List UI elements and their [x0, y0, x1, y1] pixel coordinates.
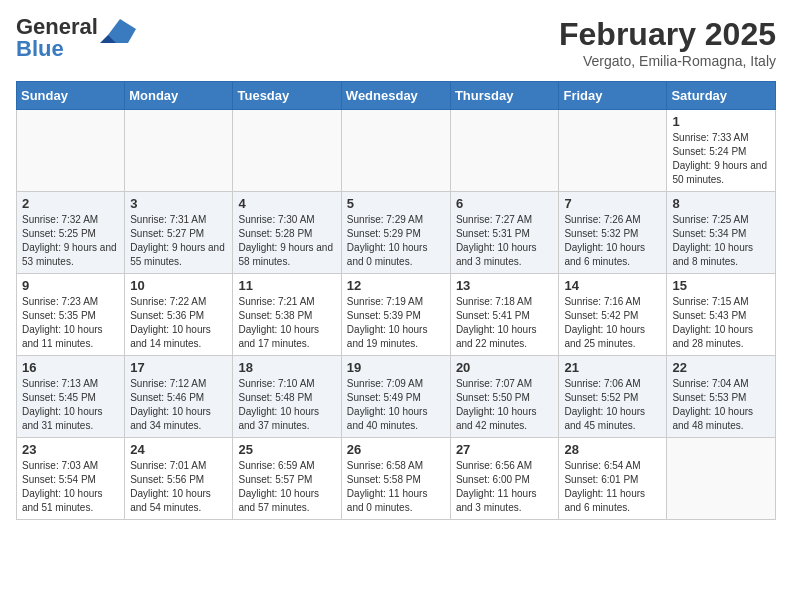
day-number: 27 — [456, 442, 554, 457]
table-row: 26Sunrise: 6:58 AM Sunset: 5:58 PM Dayli… — [341, 438, 450, 520]
calendar-header-row: Sunday Monday Tuesday Wednesday Thursday… — [17, 82, 776, 110]
day-number: 1 — [672, 114, 770, 129]
table-row: 9Sunrise: 7:23 AM Sunset: 5:35 PM Daylig… — [17, 274, 125, 356]
day-number: 6 — [456, 196, 554, 211]
table-row — [559, 110, 667, 192]
table-row — [341, 110, 450, 192]
calendar-week-row: 23Sunrise: 7:03 AM Sunset: 5:54 PM Dayli… — [17, 438, 776, 520]
day-number: 9 — [22, 278, 119, 293]
day-number: 11 — [238, 278, 335, 293]
day-number: 20 — [456, 360, 554, 375]
calendar-week-row: 2Sunrise: 7:32 AM Sunset: 5:25 PM Daylig… — [17, 192, 776, 274]
day-info: Sunrise: 7:07 AM Sunset: 5:50 PM Dayligh… — [456, 377, 554, 433]
day-number: 23 — [22, 442, 119, 457]
day-info: Sunrise: 7:12 AM Sunset: 5:46 PM Dayligh… — [130, 377, 227, 433]
day-number: 19 — [347, 360, 445, 375]
table-row: 27Sunrise: 6:56 AM Sunset: 6:00 PM Dayli… — [450, 438, 559, 520]
day-number: 21 — [564, 360, 661, 375]
day-number: 24 — [130, 442, 227, 457]
month-year: February 2025 — [559, 16, 776, 53]
day-info: Sunrise: 6:58 AM Sunset: 5:58 PM Dayligh… — [347, 459, 445, 515]
calendar-table: Sunday Monday Tuesday Wednesday Thursday… — [16, 81, 776, 520]
calendar-week-row: 1Sunrise: 7:33 AM Sunset: 5:24 PM Daylig… — [17, 110, 776, 192]
day-info: Sunrise: 7:19 AM Sunset: 5:39 PM Dayligh… — [347, 295, 445, 351]
table-row: 8Sunrise: 7:25 AM Sunset: 5:34 PM Daylig… — [667, 192, 776, 274]
day-number: 2 — [22, 196, 119, 211]
table-row: 19Sunrise: 7:09 AM Sunset: 5:49 PM Dayli… — [341, 356, 450, 438]
day-number: 17 — [130, 360, 227, 375]
day-info: Sunrise: 6:56 AM Sunset: 6:00 PM Dayligh… — [456, 459, 554, 515]
day-number: 16 — [22, 360, 119, 375]
day-info: Sunrise: 7:26 AM Sunset: 5:32 PM Dayligh… — [564, 213, 661, 269]
day-number: 13 — [456, 278, 554, 293]
col-tuesday: Tuesday — [233, 82, 341, 110]
page-header: General Blue February 2025 Vergato, Emil… — [16, 16, 776, 69]
location: Vergato, Emilia-Romagna, Italy — [559, 53, 776, 69]
logo-icon — [100, 15, 136, 43]
table-row: 4Sunrise: 7:30 AM Sunset: 5:28 PM Daylig… — [233, 192, 341, 274]
calendar-week-row: 16Sunrise: 7:13 AM Sunset: 5:45 PM Dayli… — [17, 356, 776, 438]
day-number: 15 — [672, 278, 770, 293]
table-row: 25Sunrise: 6:59 AM Sunset: 5:57 PM Dayli… — [233, 438, 341, 520]
table-row: 6Sunrise: 7:27 AM Sunset: 5:31 PM Daylig… — [450, 192, 559, 274]
day-info: Sunrise: 7:18 AM Sunset: 5:41 PM Dayligh… — [456, 295, 554, 351]
table-row: 28Sunrise: 6:54 AM Sunset: 6:01 PM Dayli… — [559, 438, 667, 520]
day-number: 7 — [564, 196, 661, 211]
day-number: 5 — [347, 196, 445, 211]
table-row: 22Sunrise: 7:04 AM Sunset: 5:53 PM Dayli… — [667, 356, 776, 438]
col-saturday: Saturday — [667, 82, 776, 110]
day-number: 14 — [564, 278, 661, 293]
table-row: 14Sunrise: 7:16 AM Sunset: 5:42 PM Dayli… — [559, 274, 667, 356]
day-info: Sunrise: 7:25 AM Sunset: 5:34 PM Dayligh… — [672, 213, 770, 269]
day-number: 22 — [672, 360, 770, 375]
table-row: 11Sunrise: 7:21 AM Sunset: 5:38 PM Dayli… — [233, 274, 341, 356]
day-info: Sunrise: 7:31 AM Sunset: 5:27 PM Dayligh… — [130, 213, 227, 269]
day-number: 3 — [130, 196, 227, 211]
table-row: 12Sunrise: 7:19 AM Sunset: 5:39 PM Dayli… — [341, 274, 450, 356]
logo-text: General Blue — [16, 16, 98, 60]
day-info: Sunrise: 7:23 AM Sunset: 5:35 PM Dayligh… — [22, 295, 119, 351]
day-info: Sunrise: 7:03 AM Sunset: 5:54 PM Dayligh… — [22, 459, 119, 515]
day-info: Sunrise: 7:09 AM Sunset: 5:49 PM Dayligh… — [347, 377, 445, 433]
table-row: 17Sunrise: 7:12 AM Sunset: 5:46 PM Dayli… — [125, 356, 233, 438]
logo: General Blue — [16, 16, 136, 60]
table-row: 1Sunrise: 7:33 AM Sunset: 5:24 PM Daylig… — [667, 110, 776, 192]
table-row: 18Sunrise: 7:10 AM Sunset: 5:48 PM Dayli… — [233, 356, 341, 438]
table-row: 7Sunrise: 7:26 AM Sunset: 5:32 PM Daylig… — [559, 192, 667, 274]
title-block: February 2025 Vergato, Emilia-Romagna, I… — [559, 16, 776, 69]
day-info: Sunrise: 7:27 AM Sunset: 5:31 PM Dayligh… — [456, 213, 554, 269]
calendar-week-row: 9Sunrise: 7:23 AM Sunset: 5:35 PM Daylig… — [17, 274, 776, 356]
table-row: 3Sunrise: 7:31 AM Sunset: 5:27 PM Daylig… — [125, 192, 233, 274]
day-info: Sunrise: 7:15 AM Sunset: 5:43 PM Dayligh… — [672, 295, 770, 351]
table-row — [125, 110, 233, 192]
day-info: Sunrise: 7:30 AM Sunset: 5:28 PM Dayligh… — [238, 213, 335, 269]
col-wednesday: Wednesday — [341, 82, 450, 110]
col-friday: Friday — [559, 82, 667, 110]
table-row: 15Sunrise: 7:15 AM Sunset: 5:43 PM Dayli… — [667, 274, 776, 356]
day-info: Sunrise: 7:32 AM Sunset: 5:25 PM Dayligh… — [22, 213, 119, 269]
table-row — [450, 110, 559, 192]
table-row: 5Sunrise: 7:29 AM Sunset: 5:29 PM Daylig… — [341, 192, 450, 274]
day-info: Sunrise: 6:59 AM Sunset: 5:57 PM Dayligh… — [238, 459, 335, 515]
day-info: Sunrise: 7:16 AM Sunset: 5:42 PM Dayligh… — [564, 295, 661, 351]
table-row: 10Sunrise: 7:22 AM Sunset: 5:36 PM Dayli… — [125, 274, 233, 356]
day-info: Sunrise: 7:29 AM Sunset: 5:29 PM Dayligh… — [347, 213, 445, 269]
table-row: 13Sunrise: 7:18 AM Sunset: 5:41 PM Dayli… — [450, 274, 559, 356]
day-info: Sunrise: 7:33 AM Sunset: 5:24 PM Dayligh… — [672, 131, 770, 187]
day-number: 25 — [238, 442, 335, 457]
day-number: 4 — [238, 196, 335, 211]
day-number: 28 — [564, 442, 661, 457]
day-info: Sunrise: 6:54 AM Sunset: 6:01 PM Dayligh… — [564, 459, 661, 515]
col-sunday: Sunday — [17, 82, 125, 110]
table-row: 20Sunrise: 7:07 AM Sunset: 5:50 PM Dayli… — [450, 356, 559, 438]
col-thursday: Thursday — [450, 82, 559, 110]
table-row — [233, 110, 341, 192]
day-number: 18 — [238, 360, 335, 375]
day-number: 12 — [347, 278, 445, 293]
table-row — [17, 110, 125, 192]
day-info: Sunrise: 7:10 AM Sunset: 5:48 PM Dayligh… — [238, 377, 335, 433]
day-number: 26 — [347, 442, 445, 457]
day-info: Sunrise: 7:06 AM Sunset: 5:52 PM Dayligh… — [564, 377, 661, 433]
day-info: Sunrise: 7:01 AM Sunset: 5:56 PM Dayligh… — [130, 459, 227, 515]
table-row — [667, 438, 776, 520]
